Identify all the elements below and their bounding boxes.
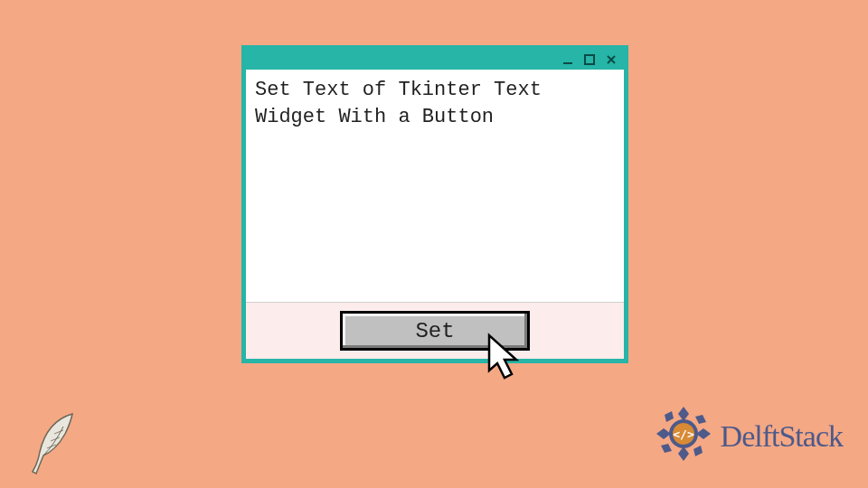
brand-logo: </> DelftStack (652, 402, 843, 470)
close-icon[interactable] (606, 54, 617, 65)
svg-marker-4 (656, 428, 671, 439)
app-window: Set Text of Tkinter Text Widget With a B… (241, 45, 628, 363)
titlebar (246, 50, 624, 70)
svg-rect-1 (585, 55, 594, 64)
svg-marker-6 (695, 415, 706, 424)
minimize-icon[interactable] (562, 54, 573, 65)
delftstack-emblem-icon: </> (652, 402, 715, 470)
svg-marker-8 (665, 411, 674, 422)
set-button[interactable]: Set (340, 311, 530, 351)
button-row: Set (246, 303, 624, 359)
svg-marker-5 (696, 428, 711, 439)
brand-name: DelftStack (721, 419, 843, 454)
maximize-icon[interactable] (584, 54, 595, 65)
feather-icon (27, 408, 83, 482)
svg-text:</>: </> (673, 427, 694, 441)
text-widget[interactable]: Set Text of Tkinter Text Widget With a B… (246, 70, 624, 303)
svg-marker-3 (678, 446, 689, 461)
svg-rect-0 (563, 62, 572, 64)
svg-marker-2 (678, 407, 689, 421)
svg-marker-9 (693, 446, 703, 456)
svg-marker-7 (661, 444, 672, 453)
